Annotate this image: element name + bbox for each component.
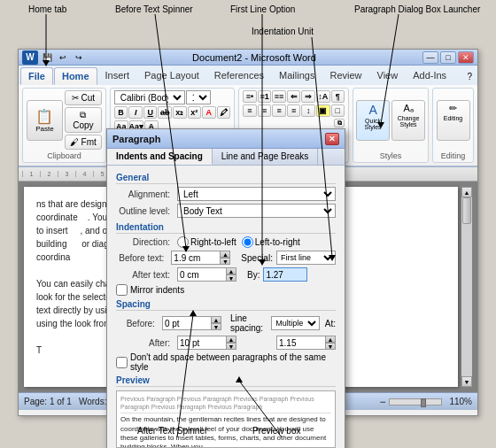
tab-addins[interactable]: Add-Ins [406, 67, 453, 85]
close-button[interactable]: ✕ [458, 51, 474, 64]
dialog-tab-line-page[interactable]: Line and Page Breaks [213, 149, 318, 165]
outdent-button[interactable]: ⇐ [287, 90, 301, 103]
direction-label: Direction: [116, 237, 174, 247]
scroll-track[interactable] [461, 197, 472, 376]
spacing-after-up[interactable]: ▲ [226, 336, 236, 343]
before-text-up[interactable]: ▲ [220, 251, 230, 258]
dont-add-space-row[interactable]: Don't add space between paragraphs of th… [116, 352, 336, 372]
multi-list-button[interactable]: ≡≡ [272, 90, 286, 103]
tab-insert[interactable]: Insert [98, 67, 137, 85]
spacing-before-down[interactable]: ▼ [211, 323, 221, 330]
dialog-close-button[interactable]: ✕ [325, 133, 339, 145]
paragraph-dialog-launcher[interactable]: ⧉ [334, 119, 345, 127]
maximize-button[interactable]: □ [440, 51, 456, 64]
align-right-button[interactable]: ≡ [272, 104, 286, 117]
redo-button[interactable]: ↪ [72, 51, 86, 64]
mirror-indents-row[interactable]: Mirror indents [116, 284, 336, 296]
align-center-button[interactable]: ≡ [258, 104, 272, 117]
spacing-after-down[interactable]: ▼ [226, 343, 236, 350]
zoom-slider[interactable] [421, 398, 426, 407]
page-info: Page: 1 of 1 [24, 397, 72, 406]
minimize-button[interactable]: — [422, 51, 438, 64]
superscript-button[interactable]: x² [188, 106, 202, 119]
quick-access-toolbar: W 💾 ↩ ↪ Document2 - Microsoft Word — □ ✕ [19, 50, 477, 66]
line-spacing-button[interactable]: ↕ [301, 104, 315, 117]
ltr-radio[interactable] [242, 236, 253, 248]
highlight-button[interactable]: 🖍 [217, 106, 231, 119]
indent-button[interactable]: ⇒ [301, 90, 315, 103]
underline-button[interactable]: U [143, 106, 158, 119]
at-up[interactable]: ▲ [325, 336, 336, 343]
strikethrough-button[interactable]: ab [158, 106, 172, 119]
special-select[interactable]: First line [276, 251, 336, 265]
after-text-down[interactable]: ▼ [226, 274, 236, 282]
indentation-section-label: Indentation [116, 222, 336, 234]
dialog-tab-indents[interactable]: Indents and Spacing [107, 149, 213, 165]
change-styles-button[interactable]: Aₐ ChangeStyles [391, 100, 425, 141]
border-button[interactable]: □ [331, 104, 345, 117]
show-marks-button[interactable]: ¶ [331, 90, 345, 103]
rtl-option[interactable]: Right-to-left [177, 236, 236, 248]
align-left-button[interactable]: ≡ [243, 104, 257, 117]
home-tab-label: Home tab [28, 4, 66, 14]
bold-button[interactable]: B [114, 106, 128, 119]
style-quick-button[interactable]: A QuickStyles [356, 100, 390, 141]
tab-review[interactable]: Review [322, 67, 368, 85]
general-section-label: General [116, 173, 336, 184]
dont-add-space-checkbox[interactable] [116, 357, 128, 368]
at-label: At: [325, 319, 336, 328]
before-text-row: Before text: 1.9 cm ▲ ▼ Special: First l… [116, 251, 336, 265]
alignment-row: Alignment: Left [116, 187, 336, 201]
tab-view[interactable]: View [370, 67, 406, 85]
tab-references[interactable]: References [207, 67, 271, 85]
font-size-select[interactable]: 11 [186, 90, 211, 104]
mirror-indents-checkbox[interactable] [116, 284, 128, 296]
editing-button[interactable]: ✏ Editing [437, 100, 470, 141]
justify-button[interactable]: ≡ [287, 104, 301, 117]
by-input[interactable]: 1.27 [263, 267, 307, 282]
bullets-button[interactable]: ≡• [243, 90, 257, 103]
tab-mailings[interactable]: Mailings [272, 67, 322, 85]
scroll-thumb[interactable] [462, 197, 471, 224]
format-painter-button[interactable]: 🖌 Fmt [65, 135, 102, 150]
save-button[interactable]: 💾 [40, 51, 54, 64]
tab-page-layout[interactable]: Page Layout [137, 67, 206, 85]
spacing-before-input[interactable]: 0 pt [162, 316, 211, 330]
ltr-option[interactable]: Left-to-right [242, 236, 300, 248]
shading-button[interactable]: ▣ [316, 104, 330, 117]
spacing-after-input[interactable]: 10 pt [177, 336, 226, 350]
before-text-down[interactable]: ▼ [220, 258, 230, 265]
vertical-scrollbar[interactable]: ▲ ▼ [461, 187, 472, 387]
outline-select[interactable]: Body Text [177, 204, 336, 218]
rtl-radio[interactable] [177, 236, 189, 248]
alignment-select[interactable]: Left [177, 187, 336, 201]
zoom-out-button[interactable]: − [379, 396, 385, 408]
before-text-input[interactable]: 1.9 cm [171, 251, 220, 265]
help-icon[interactable]: ? [467, 72, 472, 81]
subscript-button[interactable]: x₂ [173, 106, 187, 119]
scroll-down-button[interactable]: ▼ [461, 376, 472, 387]
tab-home-active[interactable]: Home [54, 67, 97, 85]
after-text-input[interactable]: 0 cm [177, 267, 226, 282]
word-logo: W [22, 50, 38, 65]
tab-home[interactable]: File [20, 67, 53, 85]
sort-button[interactable]: ↕A [316, 90, 330, 103]
after-text-up[interactable]: ▲ [226, 267, 236, 274]
copy-button[interactable]: ⧉ Copy [65, 107, 102, 133]
at-input[interactable]: 1.15 [276, 336, 325, 350]
dialog-title-bar: Paragraph ✕ [107, 129, 345, 149]
cut-button[interactable]: ✂ Cut [65, 90, 102, 105]
font-color-button[interactable]: A [202, 106, 216, 119]
at-down[interactable]: ▼ [325, 343, 336, 350]
scroll-up-button[interactable]: ▲ [461, 187, 472, 197]
font-name-select[interactable]: Calibri (Body) [114, 90, 185, 104]
after-text-spinner-label: After Text Spinner [137, 426, 207, 436]
paste-button[interactable]: 📋 Paste [27, 100, 63, 141]
italic-button[interactable]: I [128, 106, 143, 119]
preview-box-label: Preview box [252, 426, 300, 436]
numbering-button[interactable]: ≡1 [258, 90, 272, 103]
alignment-label: Alignment: [116, 189, 174, 199]
line-spacing-select[interactable]: Multiple [271, 316, 320, 330]
spacing-before-up[interactable]: ▲ [211, 316, 221, 323]
undo-button[interactable]: ↩ [56, 51, 70, 64]
